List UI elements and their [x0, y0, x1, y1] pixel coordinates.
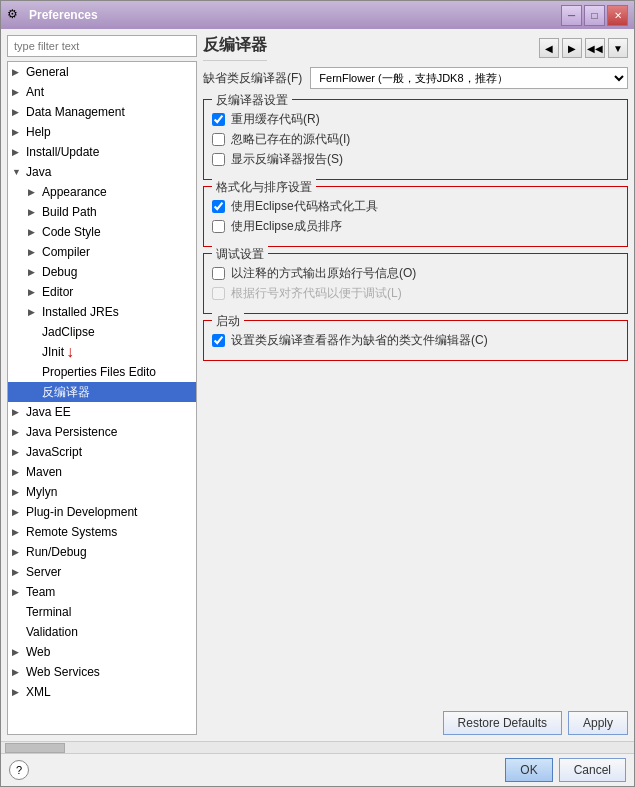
tree-item-java-persistence[interactable]: ▶Java Persistence [8, 422, 196, 442]
tree-item-properties-files-editor[interactable]: Properties Files Edito [8, 362, 196, 382]
tree-item-web[interactable]: ▶Web [8, 642, 196, 662]
tree-label-init: JInit [42, 345, 64, 359]
tree-label-java-ee: Java EE [26, 405, 71, 419]
section-title-format-sort: 格式化与排序设置 [212, 179, 316, 196]
tree-item-help[interactable]: ▶Help [8, 122, 196, 142]
tree-arrow-installed-jres: ▶ [28, 307, 42, 317]
tree-arrow-java-ee: ▶ [12, 407, 26, 417]
checkbox-row-use-eclipse-format: 使用Eclipse代码格式化工具 [212, 198, 619, 215]
checkbox-use-eclipse-format[interactable] [212, 200, 225, 213]
tree-item-java-ee[interactable]: ▶Java EE [8, 402, 196, 422]
tree-arrow-install-update: ▶ [12, 147, 26, 157]
checkbox-ignore-existing[interactable] [212, 133, 225, 146]
checkbox-row-set-default-editor: 设置类反编译查看器作为缺省的类文件编辑器(C) [212, 332, 619, 349]
tree-arrow-team: ▶ [12, 587, 26, 597]
tree-arrow-editor: ▶ [28, 287, 42, 297]
tree-label-javascript: JavaScript [26, 445, 82, 459]
tree-item-install-update[interactable]: ▶Install/Update [8, 142, 196, 162]
tree-label-remote-systems: Remote Systems [26, 525, 117, 539]
tree-item-init[interactable]: JInit↓ [8, 342, 196, 362]
tree-item-maven[interactable]: ▶Maven [8, 462, 196, 482]
tree-item-plugin-development[interactable]: ▶Plug-in Development [8, 502, 196, 522]
tree-item-mylyn[interactable]: ▶Mylyn [8, 482, 196, 502]
restore-defaults-button[interactable]: Restore Defaults [443, 711, 562, 735]
title-bar: ⚙ Preferences ─ □ ✕ [1, 1, 634, 29]
tree-item-web-services[interactable]: ▶Web Services [8, 662, 196, 682]
tree-arrow-remote-systems: ▶ [12, 527, 26, 537]
checkbox-row-line-debug: 根据行号对齐代码以便于调试(L) [212, 285, 619, 302]
tree-label-appearance: Appearance [42, 185, 107, 199]
back-button[interactable]: ◀ [539, 38, 559, 58]
checkbox-reuse-cache[interactable] [212, 113, 225, 126]
tree-label-installed-jres: Installed JREs [42, 305, 119, 319]
tree-label-mylyn: Mylyn [26, 485, 57, 499]
checkbox-use-eclipse-sort[interactable] [212, 220, 225, 233]
horizontal-scrollbar[interactable] [1, 741, 634, 753]
tree-item-decompiler[interactable]: 反编译器 [8, 382, 196, 402]
tree-item-data-management[interactable]: ▶Data Management [8, 102, 196, 122]
tree-arrow-compiler: ▶ [28, 247, 42, 257]
tree-item-code-style[interactable]: ▶Code Style [8, 222, 196, 242]
checkbox-line-debug[interactable] [212, 287, 225, 300]
tree-item-ant[interactable]: ▶Ant [8, 82, 196, 102]
tree-item-server[interactable]: ▶Server [8, 562, 196, 582]
cancel-button[interactable]: Cancel [559, 758, 626, 782]
dropdown-button[interactable]: ▼ [608, 38, 628, 58]
tree-item-xml[interactable]: ▶XML [8, 682, 196, 702]
tree-label-server: Server [26, 565, 61, 579]
tree-arrow-help: ▶ [12, 127, 26, 137]
tree-arrow-general: ▶ [12, 67, 26, 77]
tree-label-code-style: Code Style [42, 225, 101, 239]
tree-label-jadclipse: JadClipse [42, 325, 95, 339]
tree-label-debug: Debug [42, 265, 77, 279]
tree-item-team[interactable]: ▶Team [8, 582, 196, 602]
checkbox-label-reuse-cache: 重用缓存代码(R) [231, 111, 320, 128]
tree-item-general[interactable]: ▶General [8, 62, 196, 82]
tree-item-javascript[interactable]: ▶JavaScript [8, 442, 196, 462]
tree-label-compiler: Compiler [42, 245, 90, 259]
tree-arrow-code-style: ▶ [28, 227, 42, 237]
checkbox-show-report[interactable] [212, 153, 225, 166]
page-title: 反编译器 [203, 35, 267, 61]
checkbox-output-original[interactable] [212, 267, 225, 280]
ok-button[interactable]: OK [505, 758, 552, 782]
tree-item-editor[interactable]: ▶Editor [8, 282, 196, 302]
preferences-window: ⚙ Preferences ─ □ ✕ ▶General▶Ant▶Data Ma… [0, 0, 635, 787]
tree-item-java[interactable]: ▼Java [8, 162, 196, 182]
main-content: ▶General▶Ant▶Data Management▶Help▶Instal… [1, 29, 634, 741]
tree-item-compiler[interactable]: ▶Compiler [8, 242, 196, 262]
forward-button[interactable]: ▶ [562, 38, 582, 58]
decompiler-select[interactable]: FernFlower (一般，支持JDK8，推荐） [310, 67, 628, 89]
tree-arrow-maven: ▶ [12, 467, 26, 477]
section-title-startup: 启动 [212, 313, 244, 330]
tree-item-appearance[interactable]: ▶Appearance [8, 182, 196, 202]
filter-input[interactable] [7, 35, 197, 57]
help-button[interactable]: ? [9, 760, 29, 780]
minimize-button[interactable]: ─ [561, 5, 582, 26]
tree-label-java-persistence: Java Persistence [26, 425, 117, 439]
toolbar-row: ◀ ▶ ◀◀ ▼ [539, 38, 628, 58]
checkbox-label-use-eclipse-format: 使用Eclipse代码格式化工具 [231, 198, 378, 215]
checkbox-row-reuse-cache: 重用缓存代码(R) [212, 111, 619, 128]
tree-arrow-data-management: ▶ [12, 107, 26, 117]
tree-item-remote-systems[interactable]: ▶Remote Systems [8, 522, 196, 542]
back-all-button[interactable]: ◀◀ [585, 38, 605, 58]
apply-button[interactable]: Apply [568, 711, 628, 735]
tree-item-run-debug[interactable]: ▶Run/Debug [8, 542, 196, 562]
close-button[interactable]: ✕ [607, 5, 628, 26]
tree-label-terminal: Terminal [26, 605, 71, 619]
tree-item-installed-jres[interactable]: ▶Installed JREs [8, 302, 196, 322]
checkbox-label-use-eclipse-sort: 使用Eclipse成员排序 [231, 218, 342, 235]
tree-item-terminal[interactable]: Terminal [8, 602, 196, 622]
checkbox-row-show-report: 显示反编译器报告(S) [212, 151, 619, 168]
tree-item-build-path[interactable]: ▶Build Path [8, 202, 196, 222]
scrollbar-thumb[interactable] [5, 743, 65, 753]
left-panel: ▶General▶Ant▶Data Management▶Help▶Instal… [7, 35, 197, 735]
tree-item-validation[interactable]: Validation [8, 622, 196, 642]
tree-label-java: Java [26, 165, 51, 179]
maximize-button[interactable]: □ [584, 5, 605, 26]
tree-arrow-run-debug: ▶ [12, 547, 26, 557]
checkbox-set-default-editor[interactable] [212, 334, 225, 347]
tree-item-jadclipse[interactable]: JadClipse [8, 322, 196, 342]
tree-item-debug[interactable]: ▶Debug [8, 262, 196, 282]
